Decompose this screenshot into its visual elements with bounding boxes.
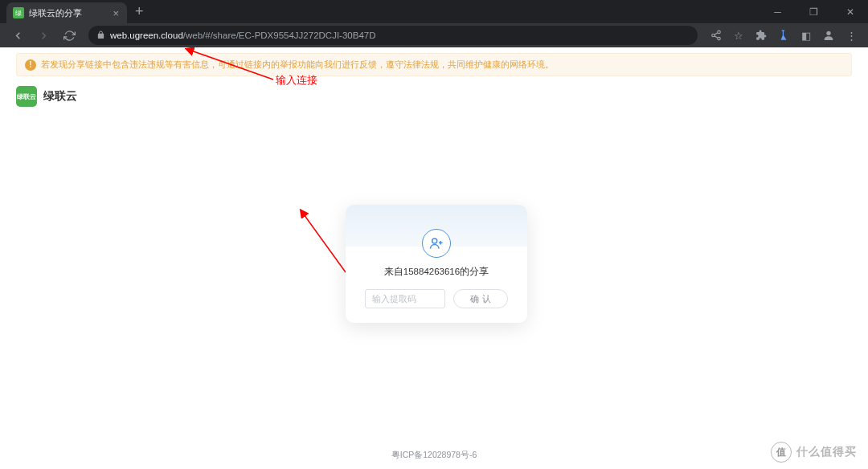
avatar-icon <box>422 229 451 258</box>
warning-text: 若发现分享链接中包含违法违规等有害信息，可通过链接内的举报功能向我们进行反馈，遵… <box>41 59 554 71</box>
brand-name: 绿联云 <box>43 89 77 104</box>
svg-point-5 <box>826 31 830 35</box>
profile-icon[interactable] <box>818 25 839 46</box>
star-icon[interactable]: ☆ <box>728 25 749 46</box>
tab-title: 绿联云的分享 <box>29 7 108 19</box>
svg-point-2 <box>718 37 721 40</box>
watermark: 值 什么值得买 <box>771 442 857 463</box>
extensions-icon[interactable] <box>751 25 772 46</box>
ext-square-icon[interactable]: ◧ <box>796 25 817 46</box>
tab-favicon: 绿 <box>13 7 24 18</box>
warning-banner: ! 若发现分享链接中包含违法违规等有害信息，可通过链接内的举报功能向我们进行反馈… <box>16 53 852 76</box>
close-window-button[interactable]: ✕ <box>832 0 868 23</box>
annotation-label-1: 输入连接 <box>276 73 317 88</box>
titlebar: 绿 绿联云的分享 × + ─ ❐ ✕ <box>0 0 868 23</box>
share-card: 来自15884263616的分享 确 认 <box>346 205 527 323</box>
svg-point-10 <box>432 239 437 243</box>
svg-line-4 <box>714 33 718 35</box>
page-viewport: ! 若发现分享链接中包含违法违规等有害信息，可通过链接内的举报功能向我们进行反馈… <box>0 47 868 469</box>
reload-button[interactable] <box>58 24 80 47</box>
input-row: 确 认 <box>346 289 527 308</box>
svg-point-0 <box>718 31 721 34</box>
watermark-text: 什么值得买 <box>796 445 857 459</box>
share-icon[interactable] <box>706 25 727 46</box>
watermark-icon: 值 <box>771 442 792 463</box>
tab-close-icon[interactable]: × <box>113 7 119 19</box>
brand-logo: 绿联云 <box>16 86 37 107</box>
new-tab-button[interactable]: + <box>135 3 144 20</box>
share-title: 来自15884263616的分享 <box>346 266 527 278</box>
window-controls: ─ ❐ ✕ <box>760 0 868 23</box>
svg-line-9 <box>304 214 346 272</box>
browser-tab[interactable]: 绿 绿联云的分享 × <box>6 2 127 23</box>
footer-icp[interactable]: 粤ICP备12028978号-6 <box>0 450 868 461</box>
address-bar[interactable]: web.ugreen.cloud/web/#/share/EC-PDX9554J… <box>88 26 698 45</box>
forward-button[interactable] <box>32 24 55 47</box>
svg-point-1 <box>712 34 715 37</box>
svg-line-3 <box>714 36 718 38</box>
confirm-button[interactable]: 确 认 <box>453 289 508 308</box>
maximize-button[interactable]: ❐ <box>796 0 832 23</box>
browser-toolbar: web.ugreen.cloud/web/#/share/EC-PDX9554J… <box>0 23 868 47</box>
browser-window: 绿 绿联云的分享 × + ─ ❐ ✕ web.ugreen.cloud/web/… <box>0 0 868 469</box>
brand-row: 绿联云 绿联云 <box>16 86 852 107</box>
extraction-code-input[interactable] <box>365 289 445 308</box>
card-header <box>346 205 527 247</box>
toolbar-right: ☆ ◧ ⋮ <box>706 25 862 46</box>
back-button[interactable] <box>6 24 29 47</box>
url-text: web.ugreen.cloud/web/#/share/EC-PDX9554J… <box>110 31 376 40</box>
warning-icon: ! <box>25 59 36 71</box>
minimize-button[interactable]: ─ <box>760 0 796 23</box>
lock-icon <box>96 31 105 41</box>
ext-flask-icon[interactable] <box>773 25 794 46</box>
menu-icon[interactable]: ⋮ <box>841 25 862 46</box>
